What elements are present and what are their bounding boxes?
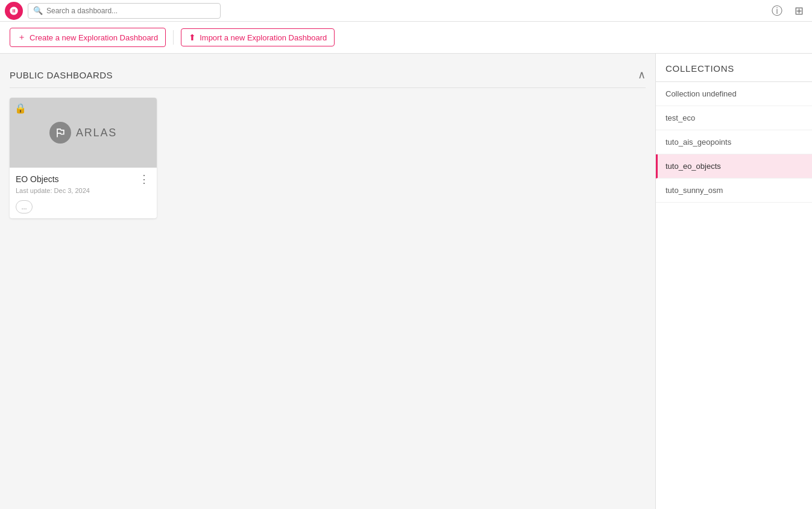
arlas-logo-container: ARLAS <box>49 122 117 144</box>
lock-icon: 🔒 <box>14 103 27 114</box>
collection-label-1: test_eco <box>666 113 695 122</box>
arlas-text: ARLAS <box>76 127 117 139</box>
card-title: EO Objects <box>16 174 59 184</box>
toolbar-divider <box>173 30 174 45</box>
collection-label-0: Collection undefined <box>666 89 737 98</box>
collection-item-1[interactable]: test_eco <box>656 106 812 130</box>
collections-title: Collections <box>666 63 734 74</box>
info-button[interactable]: ⓘ <box>769 2 785 19</box>
card-title-row: EO Objects ⋮ <box>16 172 151 186</box>
card-thumbnail: 🔒 ARLAS <box>10 98 157 168</box>
cards-grid: 🔒 ARLAS EO Objects ⋮ <box>10 98 646 218</box>
search-bar: 🔍 <box>28 3 221 19</box>
search-icon: 🔍 <box>33 6 43 15</box>
import-icon: ⬆ <box>189 33 196 42</box>
main-layout: Public dashboards ∧ 🔒 ARLAS <box>0 54 812 509</box>
card-tag-button[interactable]: ... <box>16 200 33 213</box>
collection-item-0[interactable]: Collection undefined <box>656 82 812 106</box>
collection-item-2[interactable]: tuto_ais_geopoints <box>656 130 812 154</box>
card-date: Last update: Dec 3, 2024 <box>16 187 151 194</box>
collection-item-4[interactable]: tuto_sunny_osm <box>656 179 812 203</box>
collection-item-3[interactable]: tuto_eo_objects <box>656 154 812 179</box>
app-logo[interactable] <box>5 2 23 20</box>
collections-sidebar: Collections Collection undefined test_ec… <box>655 54 812 509</box>
plus-icon: ＋ <box>17 32 26 43</box>
grid-button[interactable]: ⊞ <box>790 2 807 19</box>
import-label: Import a new Exploration Dashboard <box>200 33 327 42</box>
search-input[interactable] <box>46 7 215 15</box>
create-label: Create a new Exploration Dashboard <box>30 33 158 42</box>
arlas-mountain-icon <box>54 127 66 139</box>
card-body: EO Objects ⋮ Last update: Dec 3, 2024 <box>10 168 157 197</box>
card-tag-label: ... <box>21 203 27 210</box>
card-menu-button[interactable]: ⋮ <box>137 172 151 186</box>
action-toolbar: ＋ Create a new Exploration Dashboard ⬆ I… <box>0 22 812 54</box>
arlas-logo-circle <box>49 122 71 144</box>
collections-header: Collections <box>656 54 812 82</box>
collection-label-2: tuto_ais_geopoints <box>666 138 731 147</box>
nav-actions: ⓘ ⊞ <box>769 2 807 19</box>
card-footer: ... <box>10 197 157 218</box>
dashboard-card[interactable]: 🔒 ARLAS EO Objects ⋮ <box>10 98 157 218</box>
collapse-button[interactable]: ∧ <box>638 69 646 80</box>
section-title: Public dashboards <box>10 70 113 80</box>
dashboard-area: Public dashboards ∧ 🔒 ARLAS <box>0 54 655 509</box>
create-dashboard-button[interactable]: ＋ Create a new Exploration Dashboard <box>10 28 166 47</box>
section-header: Public dashboards ∧ <box>10 63 646 88</box>
collections-list: Collection undefined test_eco tuto_ais_g… <box>656 82 812 203</box>
import-dashboard-button[interactable]: ⬆ Import a new Exploration Dashboard <box>181 28 335 46</box>
collection-label-4: tuto_sunny_osm <box>666 186 723 195</box>
app-logo-icon <box>9 6 19 16</box>
collection-label-3: tuto_eo_objects <box>666 162 721 171</box>
top-nav: 🔍 ⓘ ⊞ <box>0 0 812 22</box>
